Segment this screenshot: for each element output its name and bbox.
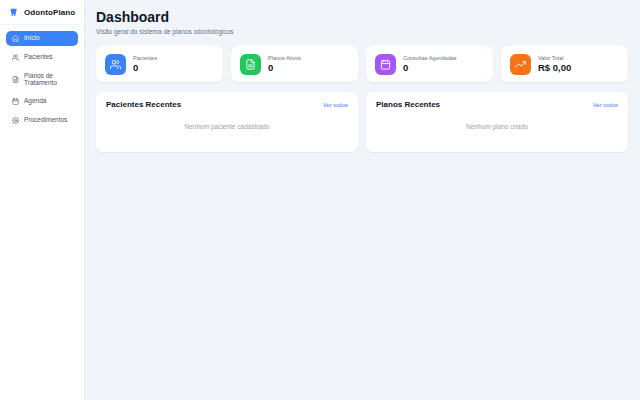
document-icon <box>240 54 261 75</box>
panels-row: Pacientes Recentes Ver todos Nenhum paci… <box>96 92 628 152</box>
stat-label: Planos Ativos <box>268 55 301 61</box>
stat-card-planos-ativos: Planos Ativos 0 <box>231 46 358 82</box>
stat-label: Valor Total <box>538 55 571 61</box>
app-logo: OdontoPlano <box>0 0 84 25</box>
stats-row: Pacientes 0 Planos Ativos 0 Consultas Ag… <box>96 46 628 82</box>
panel-title: Pacientes Recentes <box>106 100 181 109</box>
panel-planos-recentes: Planos Recentes Ver todos Nenhum plano c… <box>366 92 628 152</box>
sidebar-item-label: Planos de Tratamento <box>24 73 72 86</box>
stat-value: 0 <box>403 63 457 73</box>
ver-todos-link[interactable]: Ver todos <box>593 102 618 108</box>
ver-todos-link[interactable]: Ver todos <box>323 102 348 108</box>
sidebar-nav: Início Pacientes Planos de Tratamento Ag… <box>0 25 84 134</box>
trending-up-icon <box>510 54 531 75</box>
page-subtitle: Visão geral do sistema de planos odontol… <box>96 28 628 35</box>
tooth-icon <box>9 7 20 18</box>
stat-card-pacientes: Pacientes 0 <box>96 46 223 82</box>
main-content: Dashboard Visão geral do sistema de plan… <box>85 0 640 400</box>
gear-icon <box>12 117 19 124</box>
sidebar-item-pacientes[interactable]: Pacientes <box>6 50 78 65</box>
stat-value: 0 <box>133 63 157 73</box>
empty-state-text: Nenhum plano criado <box>376 109 618 144</box>
stat-card-consultas-agendadas: Consultas Agendadas 0 <box>366 46 493 82</box>
users-icon <box>105 54 126 75</box>
sidebar-item-label: Agenda <box>24 98 46 105</box>
document-icon <box>12 76 19 83</box>
sidebar-item-label: Procedimentos <box>24 117 67 124</box>
sidebar: OdontoPlano Início Pacientes Planos de T… <box>0 0 85 400</box>
home-icon <box>12 35 19 42</box>
calendar-icon <box>375 54 396 75</box>
sidebar-item-agenda[interactable]: Agenda <box>6 94 78 109</box>
stat-card-valor-total: Valor Total R$ 0,00 <box>501 46 628 82</box>
sidebar-item-label: Início <box>24 35 40 42</box>
sidebar-item-procedimentos[interactable]: Procedimentos <box>6 113 78 128</box>
sidebar-item-planos-de-tratamento[interactable]: Planos de Tratamento <box>6 69 78 90</box>
sidebar-item-label: Pacientes <box>24 54 53 61</box>
stat-value: R$ 0,00 <box>538 63 571 73</box>
sidebar-item-inicio[interactable]: Início <box>6 31 78 46</box>
stat-label: Consultas Agendadas <box>403 55 457 61</box>
calendar-icon <box>12 98 19 105</box>
panel-title: Planos Recentes <box>376 100 440 109</box>
app-name: OdontoPlano <box>24 8 75 17</box>
stat-value: 0 <box>268 63 301 73</box>
stat-label: Pacientes <box>133 55 157 61</box>
users-icon <box>12 54 19 61</box>
empty-state-text: Nenhum paciente cadastrado <box>106 109 348 144</box>
page-title: Dashboard <box>96 9 628 25</box>
panel-pacientes-recentes: Pacientes Recentes Ver todos Nenhum paci… <box>96 92 358 152</box>
